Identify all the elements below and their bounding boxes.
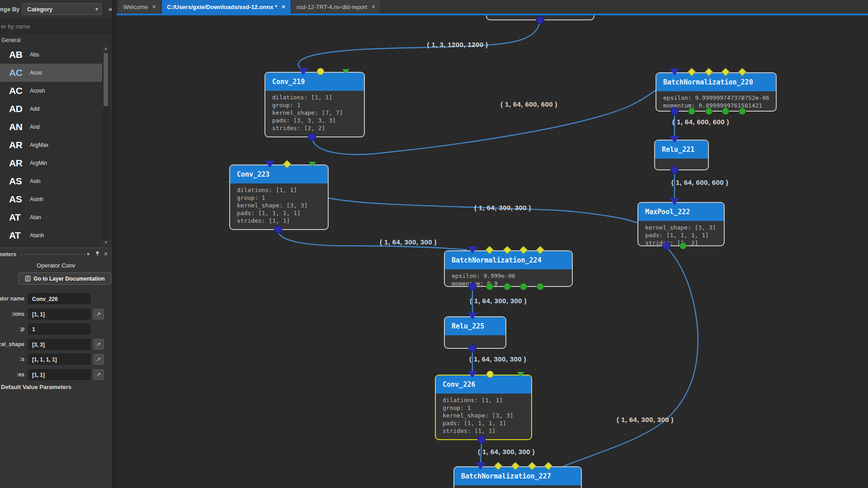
output-port[interactable]: [477, 436, 486, 444]
pin-icon[interactable]: [94, 251, 100, 257]
edge[interactable]: [278, 231, 467, 250]
input-port[interactable]: [298, 68, 308, 75]
weight-port[interactable]: [546, 463, 552, 469]
scroll-down-icon[interactable]: ▼: [103, 239, 109, 245]
output-port[interactable]: [688, 108, 695, 115]
layer-documentation-button[interactable]: Go to Layer Documentation: [19, 272, 111, 285]
output-port[interactable]: [670, 166, 679, 174]
weight-port[interactable]: [487, 247, 493, 253]
tab-label: Welcome: [123, 4, 148, 10]
arrange-by-dropdown[interactable]: Category ▾: [22, 3, 102, 15]
weight-port[interactable]: [513, 463, 519, 469]
input-port[interactable]: [476, 463, 486, 469]
output-port[interactable]: [537, 283, 544, 290]
weight-port[interactable]: [486, 371, 494, 378]
parameter-value-input[interactable]: [1, 1]: [28, 309, 90, 319]
close-icon[interactable]: ✕: [103, 251, 109, 257]
node-Conv_219[interactable]: Conv_219dilations: [1, 1]group: 1kernel_…: [264, 72, 365, 137]
weight-port[interactable]: [529, 463, 535, 469]
tab-bar: Welcome✕C:/Users/gxie/Downloads/ssd-12.o…: [117, 0, 868, 14]
input-port[interactable]: [265, 161, 275, 168]
output-port[interactable]: [468, 344, 476, 352]
parameter-value-input[interactable]: [1, 1]: [28, 369, 90, 380]
input-port[interactable]: [670, 136, 679, 143]
parameters-titlebar[interactable]: neters ▾ ✕: [0, 248, 112, 260]
weight-port[interactable]: [706, 69, 712, 75]
weight-port[interactable]: [495, 463, 501, 469]
output-port[interactable]: [468, 282, 476, 291]
node-Conv_223[interactable]: Conv_223dilations: [1, 1]group: 1kernel_…: [229, 164, 329, 230]
output-port[interactable]: [739, 108, 746, 115]
edge[interactable]: [563, 247, 698, 466]
output-port[interactable]: [722, 108, 729, 115]
parameter-value-input[interactable]: Conv_226: [28, 293, 90, 304]
operator-item-argmax[interactable]: ARArgMax: [0, 136, 102, 154]
operator-item-abs[interactable]: ABAbs: [0, 46, 102, 64]
weight-port[interactable]: [317, 68, 324, 75]
input-port[interactable]: [467, 371, 477, 378]
operator-item-acosh[interactable]: ACAcosh: [0, 82, 102, 100]
scrollbar-thumb[interactable]: [104, 53, 108, 106]
operator-label: ArgMax: [30, 142, 48, 148]
tab-close-icon[interactable]: ✕: [152, 4, 156, 10]
output-port[interactable]: [670, 107, 679, 115]
tab-ssd-12-trt-4-nv-dld-report[interactable]: ssd-12-TRT-4.nv-dld-report✕: [292, 0, 381, 14]
node-BatchNormalization_224[interactable]: BatchNormalization_224epsilon: 9.999e-06…: [444, 250, 573, 287]
operator-item-add[interactable]: ADAdd: [0, 100, 102, 118]
node-BatchNormalization_227[interactable]: BatchNormalization_227: [453, 466, 582, 488]
edge[interactable]: [312, 74, 674, 155]
output-port[interactable]: [274, 225, 282, 234]
operator-item-atanh[interactable]: ATAtanh: [0, 226, 102, 244]
output-port[interactable]: [536, 16, 544, 24]
operator-item-atan[interactable]: ATAtan: [0, 208, 102, 226]
operator-item-asin[interactable]: ASAsin: [0, 172, 102, 190]
input-port[interactable]: [467, 313, 477, 319]
output-port[interactable]: [486, 283, 493, 290]
operator-item-argmin[interactable]: ARArgMin: [0, 154, 102, 172]
graph-canvas[interactable]: Conv_219dilations: [1, 1]group: 1kernel_…: [117, 15, 868, 488]
tab-c-users-gxie-downloads-ssd-12-onnx-[interactable]: C:/Users/gxie/Downloads/ssd-12.onnx *✕: [162, 0, 290, 14]
parameter-value-input[interactable]: [1, 1, 1, 1]: [28, 354, 90, 365]
scroll-up-icon[interactable]: ▲: [103, 46, 109, 52]
operator-item-acos[interactable]: ACAcos: [0, 64, 102, 82]
output-port[interactable]: [308, 133, 316, 141]
input-port[interactable]: [670, 198, 679, 205]
weight-port[interactable]: [723, 69, 729, 75]
expand-editor-button[interactable]: ↗: [93, 309, 104, 319]
edge[interactable]: [298, 20, 540, 70]
output-port[interactable]: [504, 283, 511, 290]
output-port[interactable]: [705, 108, 712, 115]
parameter-value-input[interactable]: [3, 3]: [28, 339, 90, 350]
operator-badge: AT: [9, 230, 30, 241]
expand-editor-button[interactable]: ↗: [93, 354, 104, 365]
filter-input[interactable]: [0, 19, 112, 34]
weight-port[interactable]: [740, 69, 745, 75]
weight-port[interactable]: [689, 69, 695, 75]
output-port[interactable]: [662, 242, 670, 250]
expand-editor-button[interactable]: ↗: [93, 369, 104, 380]
expand-editor-button[interactable]: ↗: [93, 339, 104, 350]
node-Relu_221[interactable]: Relu_221: [654, 140, 709, 170]
parameter-value-input[interactable]: 1: [28, 324, 90, 334]
overflow-chevron-icon[interactable]: »: [108, 5, 112, 13]
node-BatchNormalization_220[interactable]: BatchNormalization_220epsilon: 9.9999997…: [656, 72, 777, 112]
weight-port[interactable]: [521, 247, 527, 253]
node-Conv_226[interactable]: Conv_226dilations: [1, 1]group: 1kernel_…: [435, 375, 532, 440]
input-port[interactable]: [467, 247, 477, 253]
document-icon: [25, 276, 31, 282]
weight-port[interactable]: [505, 247, 510, 253]
output-port[interactable]: [520, 283, 527, 290]
tab-welcome[interactable]: Welcome✕: [118, 0, 161, 14]
operator-item-asinh[interactable]: ASAsinh: [0, 190, 102, 208]
operator-item-and[interactable]: ANAnd: [0, 118, 102, 136]
output-port[interactable]: [679, 242, 687, 249]
node-attribute-line: strides: [1, 1]: [237, 217, 321, 225]
node-MaxPool_222[interactable]: MaxPool_222kernel_shape: [3, 3]pads: [1,…: [637, 202, 725, 246]
weight-port[interactable]: [538, 247, 543, 253]
input-port[interactable]: [670, 69, 679, 75]
operator-list-scrollbar[interactable]: ▲ ▼: [103, 46, 109, 245]
tab-close-icon[interactable]: ✕: [371, 4, 375, 10]
collapse-icon[interactable]: ▾: [85, 251, 91, 257]
tab-close-icon[interactable]: ✕: [281, 4, 285, 10]
weight-port[interactable]: [284, 161, 290, 167]
